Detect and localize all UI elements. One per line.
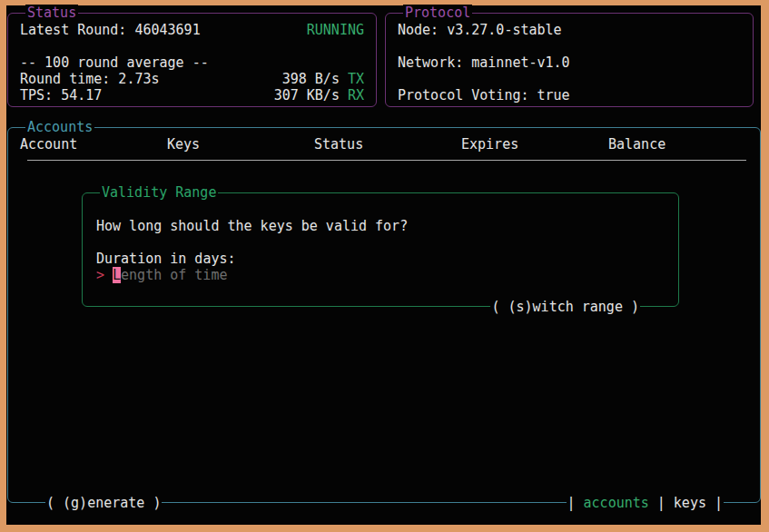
rx-rate: 307 KB/s: [274, 87, 340, 103]
blank-line: [398, 71, 741, 87]
duration-field-label: Duration in days:: [96, 251, 236, 267]
terminal-screen: Status Latest Round: 46043691 RUNNING --…: [0, 0, 769, 532]
protocol-panel: Protocol Node: v3.27.0-stable Network: m…: [385, 13, 754, 107]
protocol-panel-title: Protocol: [403, 5, 472, 21]
tx-label: TX: [348, 71, 364, 87]
tps: TPS: 54.17: [20, 87, 102, 103]
duration-input[interactable]: > L ength of time: [96, 267, 227, 283]
tab-keys[interactable]: keys: [674, 495, 706, 511]
nav-divider: |: [715, 495, 723, 511]
node-version: Node: v3.27.0-stable: [398, 22, 562, 38]
column-header-balance: Balance: [608, 136, 755, 153]
rx-label: RX: [348, 87, 364, 103]
input-cursor: L: [113, 267, 121, 283]
network-name: Network: mainnet-v1.0: [398, 54, 570, 71]
latest-round: Latest Round: 46043691: [20, 22, 201, 38]
column-header-account: Account: [20, 136, 167, 153]
node-state-badge: RUNNING: [307, 22, 364, 38]
nav-divider: |: [567, 495, 576, 511]
validity-range-title: Validity Range: [100, 184, 218, 201]
round-time: Round time: 2.73s: [20, 71, 160, 87]
blank-line: [20, 38, 364, 54]
accounts-panel-title: Accounts: [25, 119, 94, 135]
switch-range-button[interactable]: ( (s)witch range ): [490, 299, 640, 315]
protocol-voting: Protocol Voting: true: [398, 87, 570, 103]
header-separator: [27, 160, 746, 161]
view-tabs: | accounts | keys |: [567, 495, 724, 511]
accounts-panel: Accounts Account Keys Status Expires Bal…: [7, 127, 761, 503]
accounts-table-header-row: Account Keys Status Expires Balance: [20, 136, 760, 153]
validity-range-dialog: Validity Range How long should the keys …: [82, 192, 679, 307]
tx-rate: 398 B/s: [282, 71, 340, 87]
tab-accounts[interactable]: accounts: [584, 495, 649, 511]
input-placeholder: ength of time: [121, 267, 227, 283]
status-panel-title: Status: [25, 5, 78, 21]
input-prompt: >: [96, 267, 104, 283]
blank-line: [398, 38, 741, 54]
terminal-viewport: Status Latest Round: 46043691 RUNNING --…: [6, 5, 761, 525]
column-header-status: Status: [314, 136, 461, 153]
generate-button[interactable]: ( (g)enerate ): [45, 495, 162, 511]
nav-divider: |: [657, 495, 665, 511]
status-panel: Status Latest Round: 46043691 RUNNING --…: [7, 13, 377, 107]
round-average-header: -- 100 round average --: [20, 54, 209, 71]
validity-question: How long should the keys be valid for?: [96, 218, 408, 234]
column-header-expires: Expires: [461, 136, 608, 153]
column-header-keys: Keys: [167, 136, 314, 153]
